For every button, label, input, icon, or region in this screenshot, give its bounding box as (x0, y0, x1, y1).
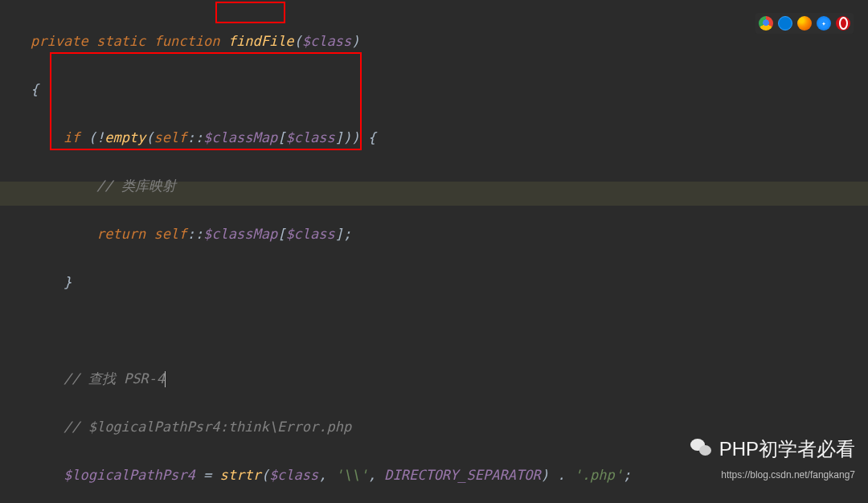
code-line: // $logicalPathPsr4:think\Error.php (31, 415, 862, 439)
code-line: } (31, 270, 862, 294)
code-line: if (!empty(self::$classMap[$class])) { (31, 125, 862, 149)
code-line: private static function findFile($class) (31, 29, 862, 53)
watermark-title: PHP初学者必看 (719, 437, 855, 461)
code-line: { (31, 77, 862, 101)
code-line (31, 318, 862, 342)
code-line: // 查找 PSR-4 (31, 366, 862, 391)
firefox-icon[interactable] (797, 16, 812, 31)
watermark-url: https://blog.csdn.net/fangkang7 (690, 463, 855, 487)
edge-icon[interactable] (778, 16, 792, 31)
code-editor[interactable]: private static function findFile($class)… (0, 0, 868, 503)
code-line: return self::$classMap[$class]; (31, 222, 862, 246)
opera-icon[interactable] (836, 16, 850, 31)
chrome-icon[interactable] (759, 16, 773, 31)
code-line: // 类库映射 (31, 174, 862, 198)
browser-icons-toolbar (755, 13, 854, 34)
text-cursor (165, 371, 166, 387)
watermark: PHP初学者必看 https://blog.csdn.net/fangkang7 (690, 437, 855, 487)
wechat-icon (690, 437, 714, 461)
safari-icon[interactable] (817, 16, 831, 31)
